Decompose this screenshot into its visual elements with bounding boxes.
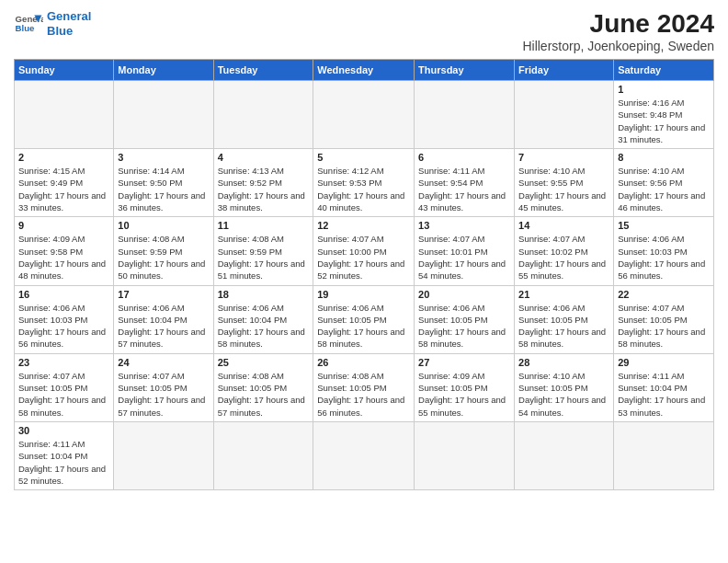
calendar-cell: 19Sunrise: 4:06 AM Sunset: 10:05 PM Dayl…: [313, 285, 415, 353]
day-number: 11: [218, 220, 310, 231]
day-info: Sunrise: 4:07 AM Sunset: 10:01 PM Daylig…: [418, 233, 510, 282]
calendar-cell: 2Sunrise: 4:15 AM Sunset: 9:49 PM Daylig…: [15, 149, 114, 217]
day-info: Sunrise: 4:07 AM Sunset: 10:05 PM Daylig…: [18, 370, 109, 419]
calendar-cell: 12Sunrise: 4:07 AM Sunset: 10:00 PM Dayl…: [313, 217, 415, 285]
day-number: 23: [18, 357, 109, 368]
day-number: 4: [218, 152, 310, 163]
day-number: 28: [518, 357, 609, 368]
calendar-cell: 15Sunrise: 4:06 AM Sunset: 10:03 PM Dayl…: [614, 217, 714, 285]
title-area: June 2024 Hillerstorp, Joenkoeping, Swed…: [522, 9, 714, 53]
day-number: 12: [317, 220, 410, 231]
calendar-cell: 4Sunrise: 4:13 AM Sunset: 9:52 PM Daylig…: [213, 149, 313, 217]
day-info: Sunrise: 4:11 AM Sunset: 10:04 PM Daylig…: [618, 370, 710, 419]
day-number: 17: [118, 289, 209, 300]
weekday-header-tuesday: Tuesday: [213, 60, 313, 81]
calendar-week-5: 23Sunrise: 4:07 AM Sunset: 10:05 PM Dayl…: [15, 353, 714, 421]
page-title: June 2024: [522, 9, 714, 39]
calendar-cell: 28Sunrise: 4:10 AM Sunset: 10:05 PM Dayl…: [515, 353, 614, 421]
day-info: Sunrise: 4:10 AM Sunset: 10:05 PM Daylig…: [518, 370, 609, 419]
calendar-cell: [515, 81, 614, 149]
calendar-week-4: 16Sunrise: 4:06 AM Sunset: 10:03 PM Dayl…: [15, 285, 714, 353]
calendar-cell: [515, 421, 614, 489]
day-number: 19: [317, 289, 410, 300]
calendar-cell: 1Sunrise: 4:16 AM Sunset: 9:48 PM Daylig…: [614, 81, 714, 149]
day-info: Sunrise: 4:06 AM Sunset: 10:03 PM Daylig…: [618, 233, 710, 282]
day-info: Sunrise: 4:14 AM Sunset: 9:50 PM Dayligh…: [118, 165, 209, 213]
calendar-cell: [114, 81, 213, 149]
day-number: 20: [418, 289, 510, 300]
day-number: 15: [618, 220, 710, 231]
day-number: 8: [618, 152, 710, 163]
header: General Blue General Blue June 2024 Hill…: [14, 9, 714, 53]
day-number: 9: [18, 220, 109, 231]
calendar-cell: 26Sunrise: 4:08 AM Sunset: 10:05 PM Dayl…: [313, 353, 415, 421]
calendar-cell: 17Sunrise: 4:06 AM Sunset: 10:04 PM Dayl…: [114, 285, 213, 353]
day-info: Sunrise: 4:06 AM Sunset: 10:04 PM Daylig…: [218, 302, 310, 350]
calendar-cell: [614, 421, 714, 489]
calendar-cell: 24Sunrise: 4:07 AM Sunset: 10:05 PM Dayl…: [114, 353, 213, 421]
day-number: 10: [118, 220, 209, 231]
calendar-cell: 3Sunrise: 4:14 AM Sunset: 9:50 PM Daylig…: [114, 149, 213, 217]
day-info: Sunrise: 4:07 AM Sunset: 10:05 PM Daylig…: [118, 370, 209, 419]
day-number: 14: [518, 220, 609, 231]
day-number: 13: [418, 220, 510, 231]
svg-text:Blue: Blue: [16, 23, 35, 33]
calendar-cell: [313, 81, 415, 149]
day-number: 6: [418, 152, 510, 163]
day-info: Sunrise: 4:08 AM Sunset: 9:59 PM Dayligh…: [118, 233, 209, 282]
calendar-cell: 20Sunrise: 4:06 AM Sunset: 10:05 PM Dayl…: [415, 285, 515, 353]
calendar-cell: 14Sunrise: 4:07 AM Sunset: 10:02 PM Dayl…: [515, 217, 614, 285]
day-info: Sunrise: 4:09 AM Sunset: 10:05 PM Daylig…: [418, 370, 510, 419]
day-info: Sunrise: 4:12 AM Sunset: 9:53 PM Dayligh…: [317, 165, 410, 213]
calendar-table: SundayMondayTuesdayWednesdayThursdayFrid…: [14, 59, 714, 490]
day-number: 30: [18, 425, 109, 436]
day-number: 16: [18, 289, 109, 300]
calendar-cell: 9Sunrise: 4:09 AM Sunset: 9:58 PM Daylig…: [15, 217, 114, 285]
day-number: 1: [618, 84, 710, 95]
day-number: 25: [218, 357, 310, 368]
calendar-cell: 10Sunrise: 4:08 AM Sunset: 9:59 PM Dayli…: [114, 217, 213, 285]
calendar-cell: [213, 81, 313, 149]
day-info: Sunrise: 4:10 AM Sunset: 9:56 PM Dayligh…: [618, 165, 710, 213]
calendar-cell: 25Sunrise: 4:08 AM Sunset: 10:05 PM Dayl…: [213, 353, 313, 421]
calendar-cell: 5Sunrise: 4:12 AM Sunset: 9:53 PM Daylig…: [313, 149, 415, 217]
day-info: Sunrise: 4:11 AM Sunset: 10:04 PM Daylig…: [18, 438, 109, 487]
calendar-cell: 30Sunrise: 4:11 AM Sunset: 10:04 PM Dayl…: [15, 421, 114, 489]
weekday-header-sunday: Sunday: [15, 60, 114, 81]
logo: General Blue General Blue: [14, 9, 91, 39]
calendar-cell: 7Sunrise: 4:10 AM Sunset: 9:55 PM Daylig…: [515, 149, 614, 217]
calendar-cell: 6Sunrise: 4:11 AM Sunset: 9:54 PM Daylig…: [415, 149, 515, 217]
day-info: Sunrise: 4:06 AM Sunset: 10:05 PM Daylig…: [418, 302, 510, 350]
day-number: 26: [317, 357, 410, 368]
calendar-cell: 27Sunrise: 4:09 AM Sunset: 10:05 PM Dayl…: [415, 353, 515, 421]
calendar-week-2: 2Sunrise: 4:15 AM Sunset: 9:49 PM Daylig…: [15, 149, 714, 217]
calendar-cell: [313, 421, 415, 489]
calendar-week-1: 1Sunrise: 4:16 AM Sunset: 9:48 PM Daylig…: [15, 81, 714, 149]
day-number: 27: [418, 357, 510, 368]
weekday-header-friday: Friday: [515, 60, 614, 81]
calendar-cell: [415, 81, 515, 149]
calendar-cell: 29Sunrise: 4:11 AM Sunset: 10:04 PM Dayl…: [614, 353, 714, 421]
weekday-header-wednesday: Wednesday: [313, 60, 415, 81]
day-info: Sunrise: 4:09 AM Sunset: 9:58 PM Dayligh…: [18, 233, 109, 282]
calendar-cell: [15, 81, 114, 149]
calendar-cell: 16Sunrise: 4:06 AM Sunset: 10:03 PM Dayl…: [15, 285, 114, 353]
calendar-cell: 21Sunrise: 4:06 AM Sunset: 10:05 PM Dayl…: [515, 285, 614, 353]
calendar-cell: 13Sunrise: 4:07 AM Sunset: 10:01 PM Dayl…: [415, 217, 515, 285]
day-info: Sunrise: 4:07 AM Sunset: 10:00 PM Daylig…: [317, 233, 410, 282]
calendar-week-6: 30Sunrise: 4:11 AM Sunset: 10:04 PM Dayl…: [15, 421, 714, 489]
day-info: Sunrise: 4:11 AM Sunset: 9:54 PM Dayligh…: [418, 165, 510, 213]
day-info: Sunrise: 4:16 AM Sunset: 9:48 PM Dayligh…: [618, 97, 710, 145]
day-info: Sunrise: 4:13 AM Sunset: 9:52 PM Dayligh…: [218, 165, 310, 213]
day-info: Sunrise: 4:10 AM Sunset: 9:55 PM Dayligh…: [518, 165, 609, 213]
calendar-cell: 8Sunrise: 4:10 AM Sunset: 9:56 PM Daylig…: [614, 149, 714, 217]
day-number: 7: [518, 152, 609, 163]
calendar-cell: [213, 421, 313, 489]
day-info: Sunrise: 4:08 AM Sunset: 10:05 PM Daylig…: [218, 370, 310, 419]
calendar-cell: 11Sunrise: 4:08 AM Sunset: 9:59 PM Dayli…: [213, 217, 313, 285]
calendar-cell: 18Sunrise: 4:06 AM Sunset: 10:04 PM Dayl…: [213, 285, 313, 353]
day-number: 18: [218, 289, 310, 300]
weekday-header-monday: Monday: [114, 60, 213, 81]
location-subtitle: Hillerstorp, Joenkoeping, Sweden: [522, 39, 714, 53]
calendar-cell: [114, 421, 213, 489]
